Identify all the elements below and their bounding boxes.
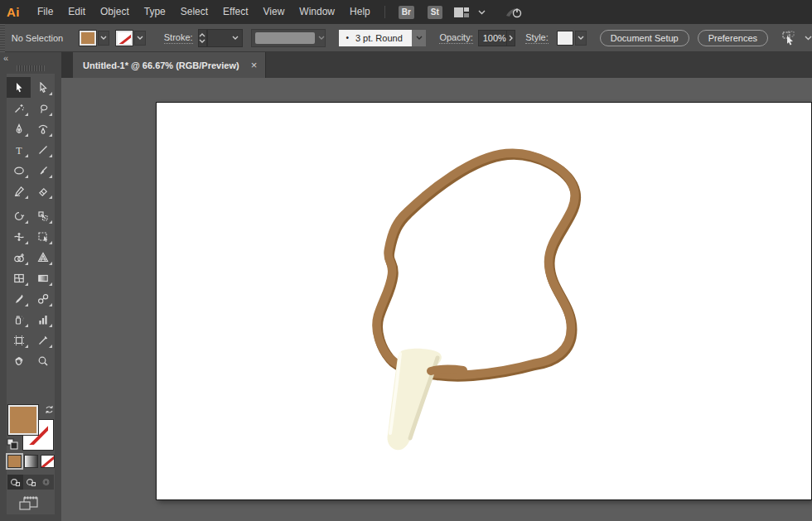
stroke-color-swatch-none[interactable] (116, 31, 133, 46)
power-icon[interactable] (505, 6, 523, 19)
stroke-color-dropdown[interactable] (134, 31, 146, 46)
style-dropdown[interactable] (557, 31, 587, 46)
hand-tool[interactable] (7, 350, 31, 371)
stock-button[interactable]: St (428, 6, 442, 19)
document-setup-button[interactable]: Document Setup (600, 30, 689, 46)
pen-tool[interactable] (7, 118, 31, 139)
swap-fill-stroke-icon[interactable] (44, 403, 55, 418)
document-canvas[interactable] (61, 78, 812, 521)
draw-inside-button[interactable] (38, 475, 54, 490)
tab-strip-spacer (61, 52, 73, 78)
menu-separator (384, 6, 385, 18)
menu-file[interactable]: File (30, 0, 60, 24)
svg-text:T: T (16, 144, 22, 156)
stroke-weight-label[interactable]: Stroke: (164, 32, 193, 44)
document-tab[interactable]: Untitled-1* @ 66.67% (RGB/Preview) × (73, 52, 266, 78)
eyedropper-tool[interactable] (7, 288, 31, 309)
select-similar-control[interactable] (781, 31, 812, 46)
preferences-button[interactable]: Preferences (698, 30, 768, 46)
menu-view[interactable]: View (256, 0, 292, 24)
menu-select[interactable]: Select (173, 0, 215, 24)
menu-edit[interactable]: Edit (60, 0, 93, 24)
fill-color-swatch[interactable] (80, 31, 96, 46)
color-button[interactable] (7, 455, 22, 468)
collapse-panel-icon[interactable]: « (3, 53, 8, 63)
type-tool[interactable]: T (7, 139, 31, 160)
brush-definition-chevron[interactable] (412, 30, 426, 46)
control-bar: No Selection Stroke: • (0, 24, 812, 52)
mesh-tool[interactable] (7, 268, 31, 288)
document-tab-strip: Untitled-1* @ 66.67% (RGB/Preview) × (61, 52, 812, 78)
app-logo-icon: Ai (0, 5, 30, 19)
gradient-button[interactable] (24, 455, 38, 468)
lasso-tool[interactable] (31, 98, 55, 118)
brush-preview-dot: • (346, 33, 349, 42)
free-transform-tool[interactable] (31, 226, 55, 247)
draw-behind-button[interactable] (23, 475, 39, 490)
cord (376, 153, 574, 375)
opacity-input[interactable]: 100% (478, 30, 507, 46)
menu-effect[interactable]: Effect (215, 0, 255, 24)
stroke-color-control[interactable] (116, 31, 146, 46)
artboard-tool[interactable] (7, 330, 31, 350)
selection-status: No Selection (12, 33, 63, 43)
none-button[interactable] (41, 455, 55, 468)
fill-color-control[interactable] (80, 31, 109, 46)
magic-wand-tool[interactable] (7, 98, 31, 118)
column-graph-tool[interactable] (31, 309, 55, 330)
select-similar-icon (781, 31, 800, 46)
width-tool[interactable] (7, 226, 31, 247)
opacity-flyout-button[interactable] (507, 30, 515, 46)
paintbrush-tool[interactable] (31, 160, 55, 181)
fill-swatch[interactable] (8, 405, 38, 435)
style-swatch[interactable] (557, 31, 573, 46)
gradient-tool[interactable] (31, 268, 55, 288)
stroke-weight-dropdown[interactable] (207, 29, 243, 47)
zoom-tool[interactable] (31, 350, 55, 371)
menu-window[interactable]: Window (292, 0, 342, 24)
default-fill-stroke-icon[interactable] (7, 438, 18, 453)
menu-type[interactable]: Type (137, 0, 173, 24)
drawing-mode-buttons (7, 475, 54, 490)
document-tab-title: Untitled-1* @ 66.67% (RGB/Preview) (83, 60, 239, 70)
blend-tool[interactable] (31, 288, 55, 309)
tools-panel-grip[interactable] (17, 65, 45, 71)
opacity-label[interactable]: Opacity: (439, 32, 472, 44)
style-label[interactable]: Style: (525, 32, 549, 44)
rotate-tool[interactable] (7, 205, 31, 226)
chevron-down-icon[interactable] (478, 10, 486, 15)
ellipse-tool[interactable] (7, 160, 31, 181)
close-icon[interactable]: × (251, 59, 258, 71)
eraser-tool[interactable] (31, 181, 55, 201)
width-profile-preview (255, 32, 315, 44)
selection-tool[interactable] (7, 77, 31, 98)
line-segment-tool[interactable] (31, 139, 55, 160)
shaper-tool[interactable] (7, 181, 31, 201)
fill-color-dropdown[interactable] (98, 31, 109, 46)
artboard[interactable] (156, 102, 812, 500)
brush-definition-dropdown[interactable]: • 3 pt. Round (339, 30, 426, 46)
bridge-button[interactable]: Br (399, 6, 414, 19)
symbol-sprayer-tool[interactable] (7, 309, 31, 330)
perspective-grid-tool[interactable] (31, 247, 55, 268)
style-chevron[interactable] (575, 31, 587, 46)
curvature-tool[interactable] (31, 118, 55, 139)
menu-help[interactable]: Help (342, 0, 378, 24)
shape-builder-tool[interactable] (7, 247, 31, 268)
slice-tool[interactable] (31, 330, 55, 350)
stroke-weight-stepper[interactable] (198, 29, 207, 47)
workspace-switcher-icon[interactable] (453, 7, 470, 18)
menu-object[interactable]: Object (93, 0, 137, 24)
fill-stroke-cluster (7, 403, 55, 455)
brush-definition-field[interactable]: • 3 pt. Round (339, 30, 412, 46)
menu-bar: Ai File Edit Object Type Select Effect V… (0, 0, 812, 24)
width-profile-dropdown[interactable] (251, 29, 326, 47)
change-screen-mode-icon[interactable] (18, 496, 40, 516)
direct-selection-tool[interactable] (31, 77, 55, 98)
panel-grip[interactable] (0, 24, 5, 52)
brush-definition-value: 3 pt. Round (355, 33, 403, 43)
tools-panel-header: « (0, 52, 61, 64)
scale-tool[interactable] (31, 205, 55, 226)
draw-normal-button[interactable] (7, 475, 23, 490)
chevron-down-icon (805, 36, 812, 41)
